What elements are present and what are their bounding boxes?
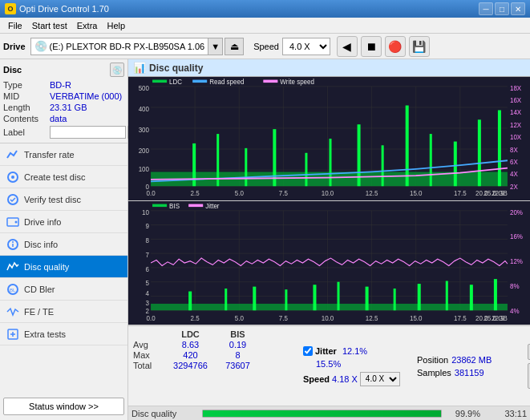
- total-ldc: 3294766: [168, 361, 212, 370]
- nav-cd-bler[interactable]: BL CD Bler: [0, 278, 127, 301]
- nav-drive-info[interactable]: Drive info: [0, 211, 127, 233]
- svg-rect-40: [498, 110, 501, 186]
- svg-text:BIS: BIS: [169, 202, 180, 211]
- disc-panel-title: Disc: [3, 65, 22, 75]
- svg-rect-67: [152, 80, 167, 83]
- label-input[interactable]: [50, 126, 126, 139]
- svg-rect-101: [494, 279, 497, 310]
- max-bis: 8: [216, 350, 260, 360]
- drive-select[interactable]: 💿 (E:) PLEXTOR BD-R PX-LB950SA 1.06: [30, 38, 209, 55]
- status-window-button[interactable]: Status window >>: [3, 398, 124, 415]
- chart-bis-svg: 10 9 8 7 6 5 4 3 2 20% 16% 12% 8% 4% 0: [128, 201, 530, 325]
- svg-text:12%: 12%: [510, 257, 523, 266]
- title-controls: ─ □ ✕: [479, 2, 525, 15]
- maximize-button[interactable]: □: [495, 2, 509, 15]
- svg-rect-37: [430, 134, 432, 186]
- svg-point-7: [12, 241, 14, 243]
- nav-extra-tests[interactable]: Extra tests: [0, 323, 127, 345]
- nav-verify-test-disc[interactable]: Verify test disc: [0, 188, 127, 211]
- svg-text:16X: 16X: [510, 95, 521, 104]
- drive-dropdown-button[interactable]: ▼: [208, 38, 223, 55]
- position-label: Position: [417, 355, 448, 365]
- progress-time: 33:11: [487, 409, 527, 418]
- chart-header-title: Disc quality: [149, 63, 203, 74]
- label-label: Label: [3, 127, 50, 137]
- minimize-button[interactable]: ─: [479, 2, 493, 15]
- nav-disc-info[interactable]: Disc info: [0, 233, 127, 256]
- menu-extra[interactable]: Extra: [72, 19, 103, 32]
- menu-start-test[interactable]: Start test: [27, 19, 72, 32]
- ldc-header: LDC: [168, 329, 212, 339]
- svg-rect-95: [338, 282, 340, 311]
- create-test-disc-icon: [5, 169, 21, 185]
- svg-text:15.0: 15.0: [410, 314, 423, 323]
- contents-value: data: [50, 114, 67, 123]
- svg-text:8%: 8%: [510, 281, 520, 290]
- extra-tests-label: Extra tests: [24, 329, 66, 339]
- app-icon: O: [5, 3, 16, 14]
- svg-text:5.0: 5.0: [235, 314, 244, 323]
- chart-bis: 10 9 8 7 6 5 4 3 2 20% 16% 12% 8% 4% 0: [128, 201, 530, 325]
- svg-text:LDC: LDC: [169, 78, 182, 87]
- avg-ldc: 8.63: [168, 340, 212, 349]
- speed-select[interactable]: 4.0 X: [282, 38, 330, 55]
- speed-header: Speed: [303, 374, 330, 384]
- menu-bar: File Start test Extra Help: [0, 18, 530, 34]
- svg-text:500: 500: [139, 83, 149, 92]
- svg-rect-69: [192, 80, 207, 83]
- jitter-speed-section: Jitter 12.1% 15.5% Speed 4.18 X 4.0 X: [303, 329, 407, 402]
- fe-te-icon: [5, 304, 21, 320]
- fe-te-label: FE / TE: [24, 307, 54, 317]
- jitter-checkbox[interactable]: [303, 346, 313, 356]
- toolbar-btn-2[interactable]: ⏹: [361, 36, 382, 57]
- menu-file[interactable]: File: [3, 19, 27, 32]
- svg-text:10.0: 10.0: [322, 188, 334, 197]
- svg-rect-36: [406, 106, 409, 187]
- max-label: Max: [133, 350, 165, 360]
- speed-value: 4.18 X: [332, 374, 358, 384]
- svg-text:25.0 GB: 25.0 GB: [484, 188, 508, 197]
- nav-disc-quality[interactable]: Disc quality: [0, 256, 127, 278]
- svg-text:16%: 16%: [510, 232, 523, 241]
- svg-text:12.5: 12.5: [366, 314, 378, 323]
- svg-point-4: [15, 220, 18, 223]
- toolbar-btn-1[interactable]: ◀: [337, 36, 358, 57]
- disc-quality-label: Disc quality: [24, 262, 69, 272]
- drive-label: Drive: [3, 42, 26, 51]
- svg-rect-32: [305, 153, 307, 186]
- svg-text:2.5: 2.5: [191, 188, 200, 197]
- disc-quality-icon: [5, 259, 21, 275]
- eject-button[interactable]: ⏏: [225, 38, 244, 55]
- stats-table: LDC BIS Avg 8.63 0.19 Max 420 8 Total: [133, 329, 293, 402]
- svg-rect-30: [245, 148, 247, 186]
- svg-text:0.0: 0.0: [146, 314, 155, 323]
- nav-fe-te[interactable]: FE / TE: [0, 301, 127, 323]
- close-button[interactable]: ✕: [511, 2, 525, 15]
- progress-fill: [203, 410, 441, 417]
- svg-text:4: 4: [146, 289, 150, 298]
- mid-label: MID: [3, 91, 50, 101]
- toolbar-btn-3[interactable]: 🔴: [385, 36, 406, 57]
- svg-text:0.0: 0.0: [146, 188, 155, 197]
- svg-text:7.5: 7.5: [279, 314, 288, 323]
- toolbar-btn-4[interactable]: 💾: [409, 36, 430, 57]
- progress-label: Disc quality: [131, 409, 196, 418]
- menu-help[interactable]: Help: [102, 19, 130, 32]
- contents-label: Contents: [3, 114, 50, 123]
- chart-header: 📊 Disc quality: [128, 59, 530, 77]
- svg-text:14X: 14X: [510, 108, 521, 117]
- svg-rect-99: [446, 281, 448, 311]
- disc-icon-btn[interactable]: 💿: [110, 63, 124, 77]
- svg-text:400: 400: [139, 104, 149, 113]
- svg-text:7.5: 7.5: [279, 188, 288, 197]
- samples-label: Samples: [417, 368, 451, 378]
- svg-point-1: [11, 176, 14, 179]
- drive-value: (E:) PLEXTOR BD-R PX-LB950SA 1.06: [50, 42, 205, 51]
- svg-text:5: 5: [146, 279, 150, 288]
- nav-transfer-rate[interactable]: Transfer rate: [0, 143, 127, 166]
- nav-create-test-disc[interactable]: Create test disc: [0, 166, 127, 188]
- disc-panel: Disc 💿 Type BD-R MID VERBATIMe (000) Len…: [0, 59, 127, 143]
- avg-jitter: 12.1%: [342, 346, 367, 356]
- speed-select[interactable]: 4.0 X: [360, 372, 400, 386]
- svg-text:6: 6: [146, 265, 150, 273]
